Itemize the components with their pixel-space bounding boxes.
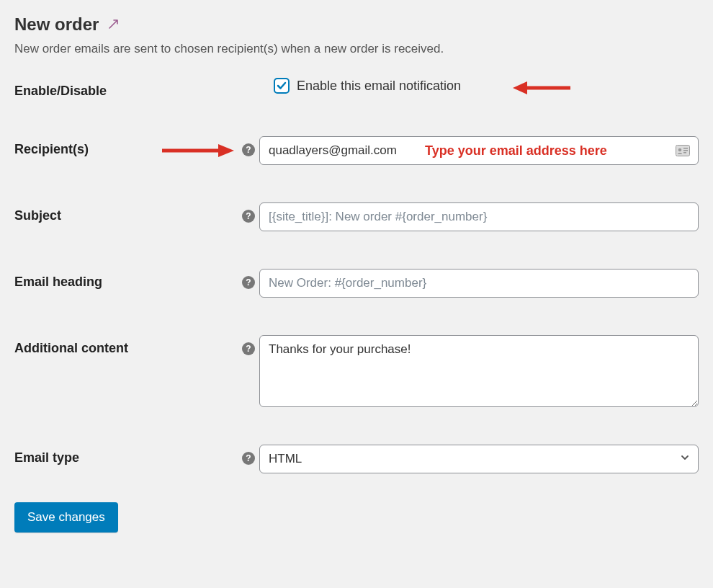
row-recipients: Recipient(s) ? Type your email address h… — [14, 136, 699, 165]
help-icon[interactable]: ? — [242, 452, 255, 465]
label-additional: Additional content — [14, 335, 238, 356]
label-email-type: Email type — [14, 445, 238, 466]
additional-content-textarea[interactable] — [259, 335, 699, 407]
help-icon[interactable]: ? — [242, 342, 255, 355]
row-enable: Enable/Disable Enable this email notific… — [14, 78, 699, 99]
help-icon[interactable]: ? — [242, 143, 255, 156]
subject-input[interactable] — [259, 202, 699, 231]
email-type-select[interactable]: HTML — [259, 445, 699, 473]
svg-marker-1 — [513, 81, 527, 94]
help-icon[interactable]: ? — [242, 210, 255, 223]
label-enable: Enable/Disable — [14, 78, 238, 99]
heading-input[interactable] — [259, 269, 699, 298]
label-heading: Email heading — [14, 269, 238, 290]
row-additional: Additional content ? — [14, 335, 699, 407]
annotation-arrow-enable — [513, 79, 570, 99]
row-subject: Subject ? — [14, 202, 699, 231]
page-description: New order emails are sent to chosen reci… — [14, 42, 699, 56]
save-changes-button[interactable]: Save changes — [14, 502, 118, 533]
enable-checkbox-label: Enable this email notification — [297, 79, 461, 94]
page-title: New order — [14, 14, 99, 35]
label-recipients: Recipient(s) — [14, 136, 238, 157]
help-icon[interactable]: ? — [242, 276, 255, 289]
enable-checkbox[interactable] — [274, 78, 290, 94]
label-subject: Subject — [14, 202, 238, 223]
back-arrow-icon[interactable] — [107, 17, 122, 32]
row-heading: Email heading ? — [14, 269, 699, 298]
row-email-type: Email type ? HTML — [14, 445, 699, 473]
recipients-input[interactable] — [259, 136, 699, 165]
